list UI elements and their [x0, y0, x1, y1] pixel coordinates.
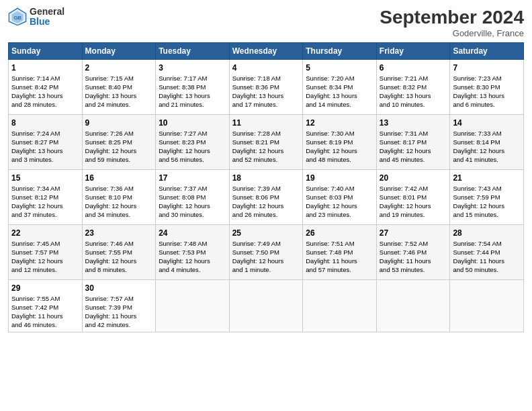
- day-info-line: Sunset: 8:32 PM: [380, 83, 447, 92]
- day-number: 2: [85, 62, 153, 73]
- day-info-line: Daylight: 13 hours: [85, 92, 153, 101]
- day-info-line: Daylight: 12 hours: [453, 147, 521, 156]
- calendar-cell: 30Sunrise: 7:57 AMSunset: 7:39 PMDayligh…: [82, 280, 156, 332]
- day-info-line: and 10 minutes.: [380, 101, 447, 109]
- day-info-line: Sunrise: 7:54 AM: [453, 240, 521, 248]
- day-info-line: Daylight: 12 hours: [11, 202, 79, 211]
- day-info-line: Sunset: 8:21 PM: [232, 138, 300, 147]
- day-info-line: and 56 minutes.: [159, 156, 226, 165]
- calendar-cell: 11Sunrise: 7:28 AMSunset: 8:21 PMDayligh…: [229, 115, 303, 170]
- day-number: 9: [85, 118, 153, 128]
- day-info-line: Sunrise: 7:48 AM: [159, 240, 226, 248]
- calendar-cell: 13Sunrise: 7:31 AMSunset: 8:17 PMDayligh…: [376, 115, 450, 170]
- day-info-line: Sunset: 8:06 PM: [232, 193, 300, 202]
- col-header-tuesday: Tuesday: [156, 43, 230, 60]
- calendar-cell: 5Sunrise: 7:20 AMSunset: 8:34 PMDaylight…: [303, 60, 377, 115]
- day-number: 5: [306, 62, 373, 73]
- calendar-cell: 15Sunrise: 7:34 AMSunset: 8:12 PMDayligh…: [9, 170, 83, 225]
- calendar-cell: 8Sunrise: 7:24 AMSunset: 8:27 PMDaylight…: [9, 115, 83, 170]
- day-info-line: Daylight: 11 hours: [85, 312, 153, 321]
- day-number: 6: [380, 62, 447, 73]
- title-block: September 2024 Goderville, France: [380, 7, 524, 38]
- day-info-line: Daylight: 13 hours: [453, 92, 521, 101]
- day-number: 15: [11, 173, 79, 183]
- month-title: September 2024: [380, 7, 524, 28]
- day-info-line: Sunrise: 7:51 AM: [306, 240, 373, 248]
- day-info-line: Daylight: 11 hours: [11, 312, 79, 321]
- day-info-line: Sunrise: 7:36 AM: [85, 185, 153, 193]
- day-info-line: Sunset: 8:01 PM: [380, 193, 447, 202]
- day-info-line: Sunrise: 7:20 AM: [306, 75, 373, 83]
- calendar-cell: 25Sunrise: 7:49 AMSunset: 7:50 PMDayligh…: [229, 225, 303, 280]
- day-info-line: Daylight: 12 hours: [380, 202, 447, 211]
- day-info-line: Sunrise: 7:26 AM: [85, 130, 153, 138]
- day-info-line: Sunset: 8:10 PM: [85, 193, 153, 202]
- day-info-line: and 17 minutes.: [232, 101, 300, 109]
- day-number: 8: [11, 118, 79, 128]
- logo-general: General: [30, 7, 64, 17]
- day-info-line: and 24 minutes.: [85, 101, 153, 109]
- day-number: 22: [11, 228, 79, 238]
- calendar-cell: 28Sunrise: 7:54 AMSunset: 7:44 PMDayligh…: [450, 225, 524, 280]
- calendar-cell: 18Sunrise: 7:39 AMSunset: 8:06 PMDayligh…: [229, 170, 303, 225]
- calendar-cell: 16Sunrise: 7:36 AMSunset: 8:10 PMDayligh…: [82, 170, 156, 225]
- day-info-line: Daylight: 12 hours: [85, 202, 153, 211]
- day-number: 7: [453, 62, 521, 73]
- day-info-line: Sunset: 7:59 PM: [453, 193, 521, 202]
- logo-blue: Blue: [30, 17, 64, 27]
- day-info-line: Sunset: 7:57 PM: [11, 248, 79, 257]
- day-info-line: Sunrise: 7:49 AM: [232, 240, 300, 248]
- day-number: 1: [11, 62, 79, 73]
- day-info-line: Sunrise: 7:43 AM: [453, 185, 521, 193]
- day-info-line: Daylight: 12 hours: [306, 147, 373, 156]
- day-info-line: Sunrise: 7:21 AM: [380, 75, 447, 83]
- day-info-line: and 48 minutes.: [306, 156, 373, 165]
- day-info-line: and 19 minutes.: [380, 211, 447, 220]
- day-info-line: Sunset: 8:34 PM: [306, 83, 373, 92]
- day-info-line: Daylight: 12 hours: [453, 202, 521, 211]
- day-number: 29: [11, 283, 79, 293]
- day-info-line: Daylight: 12 hours: [11, 257, 79, 266]
- day-info-line: Sunset: 7:55 PM: [85, 248, 153, 257]
- calendar-cell: 27Sunrise: 7:52 AMSunset: 7:46 PMDayligh…: [376, 225, 450, 280]
- calendar-row: 1Sunrise: 7:14 AMSunset: 8:42 PMDaylight…: [9, 60, 524, 115]
- day-info-line: and 59 minutes.: [85, 156, 153, 165]
- calendar-cell: 29Sunrise: 7:55 AMSunset: 7:42 PMDayligh…: [9, 280, 83, 332]
- calendar-cell: [303, 280, 377, 332]
- header-row: SundayMondayTuesdayWednesdayThursdayFrid…: [9, 43, 524, 60]
- day-info-line: Daylight: 12 hours: [306, 202, 373, 211]
- day-info-line: Daylight: 13 hours: [232, 92, 300, 101]
- day-number: 27: [380, 228, 447, 238]
- calendar-cell: 3Sunrise: 7:17 AMSunset: 8:38 PMDaylight…: [156, 60, 230, 115]
- day-number: 19: [306, 173, 373, 183]
- col-header-thursday: Thursday: [303, 43, 377, 60]
- day-info-line: Sunset: 8:40 PM: [85, 83, 153, 92]
- day-number: 13: [380, 118, 447, 128]
- day-info-line: Sunrise: 7:14 AM: [11, 75, 79, 83]
- calendar-cell: 14Sunrise: 7:33 AMSunset: 8:14 PMDayligh…: [450, 115, 524, 170]
- calendar-cell: 24Sunrise: 7:48 AMSunset: 7:53 PMDayligh…: [156, 225, 230, 280]
- day-info-line: and 14 minutes.: [306, 101, 373, 109]
- logo-text: General Blue: [30, 7, 64, 28]
- calendar-cell: 19Sunrise: 7:40 AMSunset: 8:03 PMDayligh…: [303, 170, 377, 225]
- day-number: 30: [85, 283, 153, 293]
- day-info-line: and 46 minutes.: [11, 321, 79, 330]
- day-info-line: Sunset: 8:12 PM: [11, 193, 79, 202]
- day-info-line: Daylight: 13 hours: [306, 92, 373, 101]
- calendar-cell: 10Sunrise: 7:27 AMSunset: 8:23 PMDayligh…: [156, 115, 230, 170]
- day-info-line: Sunrise: 7:30 AM: [306, 130, 373, 138]
- calendar-cell: 26Sunrise: 7:51 AMSunset: 7:48 PMDayligh…: [303, 225, 377, 280]
- calendar-table: SundayMondayTuesdayWednesdayThursdayFrid…: [8, 42, 524, 332]
- location: Goderville, France: [380, 28, 524, 38]
- calendar-row: 22Sunrise: 7:45 AMSunset: 7:57 PMDayligh…: [9, 225, 524, 280]
- day-number: 24: [159, 228, 226, 238]
- day-info-line: Sunset: 8:27 PM: [11, 138, 79, 147]
- day-info-line: Sunrise: 7:24 AM: [11, 130, 79, 138]
- logo: GB General Blue: [8, 7, 64, 28]
- day-info-line: and 45 minutes.: [380, 156, 447, 165]
- day-info-line: Daylight: 13 hours: [380, 92, 447, 101]
- day-info-line: Sunset: 7:44 PM: [453, 248, 521, 257]
- day-info-line: Sunset: 7:48 PM: [306, 248, 373, 257]
- calendar-cell: [156, 280, 230, 332]
- day-number: 14: [453, 118, 521, 128]
